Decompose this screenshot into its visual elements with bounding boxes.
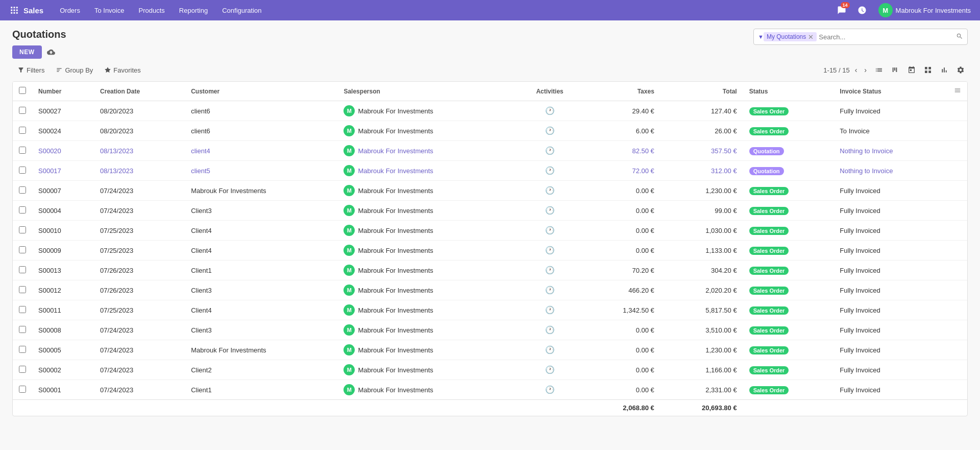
menu-configuration[interactable]: Configuration (216, 4, 267, 17)
col-total[interactable]: Total (660, 82, 743, 101)
row-status[interactable]: Sales Order (743, 360, 834, 380)
row-status[interactable]: Sales Order (743, 380, 834, 400)
row-checkbox[interactable] (19, 167, 26, 174)
row-activities[interactable]: 🕐 (516, 161, 584, 181)
row-status[interactable]: Sales Order (743, 320, 834, 340)
clock-icon-btn[interactable] (854, 2, 870, 18)
grid-view-button[interactable] (921, 63, 935, 77)
prev-page-button[interactable]: ‹ (852, 64, 861, 76)
row-checkbox-cell[interactable] (13, 201, 32, 221)
user-menu[interactable]: M Mabrouk For Investments (874, 1, 975, 19)
row-activities[interactable]: 🕐 (516, 101, 584, 121)
col-salesperson[interactable]: Salesperson (337, 82, 515, 101)
calendar-view-button[interactable] (904, 63, 919, 77)
col-number[interactable]: Number (32, 82, 94, 101)
col-activities[interactable]: Activities (516, 82, 584, 101)
row-salesperson[interactable]: MMabrouk For Investments (337, 340, 515, 360)
row-salesperson[interactable]: MMabrouk For Investments (337, 161, 515, 181)
row-customer[interactable]: Client1 (185, 380, 337, 400)
row-checkbox[interactable] (19, 286, 26, 293)
row-number[interactable]: S00027 (32, 101, 94, 121)
row-customer[interactable]: client4 (185, 141, 337, 161)
row-status[interactable]: Sales Order (743, 340, 834, 360)
row-salesperson[interactable]: MMabrouk For Investments (337, 121, 515, 141)
row-checkbox-cell[interactable] (13, 300, 32, 320)
search-input[interactable] (819, 33, 956, 41)
row-checkbox[interactable] (19, 266, 26, 273)
row-salesperson[interactable]: MMabrouk For Investments (337, 221, 515, 241)
settings-view-button[interactable] (953, 63, 968, 77)
row-status[interactable]: Sales Order (743, 280, 834, 300)
row-checkbox[interactable] (19, 246, 26, 253)
row-number[interactable]: S00024 (32, 121, 94, 141)
row-number[interactable]: S00020 (32, 141, 94, 161)
row-status[interactable]: Sales Order (743, 121, 834, 141)
row-activities[interactable]: 🕐 (516, 300, 584, 320)
row-salesperson[interactable]: MMabrouk For Investments (337, 300, 515, 320)
row-checkbox-cell[interactable] (13, 260, 32, 280)
row-number[interactable]: S00002 (32, 360, 94, 380)
row-customer[interactable]: Mabrouk For Investments (185, 181, 337, 201)
row-activities[interactable]: 🕐 (516, 280, 584, 300)
row-number[interactable]: S00005 (32, 340, 94, 360)
row-activities[interactable]: 🕐 (516, 121, 584, 141)
row-checkbox[interactable] (19, 186, 26, 194)
row-status[interactable]: Sales Order (743, 300, 834, 320)
search-icon[interactable] (956, 33, 963, 41)
row-salesperson[interactable]: MMabrouk For Investments (337, 380, 515, 400)
row-number[interactable]: S00013 (32, 260, 94, 280)
kanban-view-button[interactable] (888, 63, 902, 77)
chart-view-button[interactable] (937, 63, 951, 77)
row-number[interactable]: S00001 (32, 380, 94, 400)
row-checkbox-cell[interactable] (13, 280, 32, 300)
row-checkbox-cell[interactable] (13, 121, 32, 141)
select-all-header[interactable] (13, 82, 32, 101)
select-all-checkbox[interactable] (19, 87, 26, 94)
row-activities[interactable]: 🕐 (516, 181, 584, 201)
row-checkbox[interactable] (19, 206, 26, 214)
row-number[interactable]: S00007 (32, 181, 94, 201)
row-checkbox[interactable] (19, 326, 26, 333)
row-status[interactable]: Quotation (743, 161, 834, 181)
row-salesperson[interactable]: MMabrouk For Investments (337, 260, 515, 280)
row-number[interactable]: S00011 (32, 300, 94, 320)
col-customer[interactable]: Customer (185, 82, 337, 101)
col-taxes[interactable]: Taxes (584, 82, 660, 101)
row-checkbox[interactable] (19, 346, 26, 353)
row-activities[interactable]: 🕐 (516, 360, 584, 380)
row-activities[interactable]: 🕐 (516, 380, 584, 400)
list-view-button[interactable] (872, 63, 886, 77)
row-checkbox-cell[interactable] (13, 181, 32, 201)
row-checkbox-cell[interactable] (13, 221, 32, 241)
row-checkbox-cell[interactable] (13, 241, 32, 260)
row-status[interactable]: Sales Order (743, 201, 834, 221)
chat-icon-btn[interactable]: 14 (834, 2, 850, 18)
row-activities[interactable]: 🕐 (516, 340, 584, 360)
row-salesperson[interactable]: MMabrouk For Investments (337, 181, 515, 201)
row-customer[interactable]: Client2 (185, 360, 337, 380)
row-customer[interactable]: Client4 (185, 221, 337, 241)
row-number[interactable]: S00004 (32, 201, 94, 221)
row-number[interactable]: S00010 (32, 221, 94, 241)
filter-tag-close[interactable]: ✕ (808, 34, 814, 40)
row-status[interactable]: Sales Order (743, 101, 834, 121)
favorites-button[interactable]: Favorites (99, 64, 145, 76)
row-salesperson[interactable]: MMabrouk For Investments (337, 141, 515, 161)
upload-button[interactable] (45, 46, 57, 58)
row-checkbox[interactable] (19, 147, 26, 154)
row-checkbox[interactable] (19, 366, 26, 373)
row-salesperson[interactable]: MMabrouk For Investments (337, 201, 515, 221)
row-customer[interactable]: Client1 (185, 260, 337, 280)
row-checkbox[interactable] (19, 226, 26, 233)
menu-products[interactable]: Products (132, 4, 170, 17)
app-name[interactable]: Sales (23, 6, 43, 15)
row-activities[interactable]: 🕐 (516, 201, 584, 221)
row-status[interactable]: Sales Order (743, 260, 834, 280)
row-number[interactable]: S00012 (32, 280, 94, 300)
row-customer[interactable]: Client4 (185, 300, 337, 320)
row-customer[interactable]: client5 (185, 161, 337, 181)
group-by-button[interactable]: Group By (51, 64, 98, 76)
row-salesperson[interactable]: MMabrouk For Investments (337, 280, 515, 300)
row-number[interactable]: S00009 (32, 241, 94, 260)
row-customer[interactable]: Client3 (185, 280, 337, 300)
